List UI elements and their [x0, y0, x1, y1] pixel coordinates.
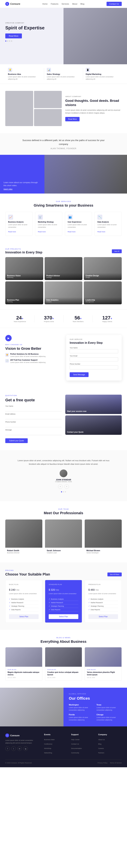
vision-right: OUR SERVICE Innovation in Every Step You… — [66, 335, 122, 380]
service-desc-3: Lorem ipsum dolor sit amet consectetur a… — [86, 76, 119, 80]
vision-form-field-name: Your Name — [70, 347, 118, 353]
nav-services[interactable]: Services — [61, 3, 69, 5]
quote-form-section: QUOTATION Get a free quote Your Name Ema… — [0, 388, 127, 450]
testimonial-next-button[interactable]: › — [65, 484, 69, 489]
vision-feature-title-1: Perfect Solutions for All Business — [10, 353, 46, 355]
service-card-2: 🛒 Marketing Strategy Lorem ipsum dolor s… — [35, 212, 62, 236]
stats-section: 24+ Years Experience 370+ Projects Done … — [0, 310, 127, 328]
blog-card-img-3 — [85, 647, 122, 667]
office-texas-addr: Lorem ipsum dolor sit amet consectetur a… — [97, 707, 122, 711]
quote-submit-button[interactable]: Submit your Quote — [5, 438, 28, 443]
pricing-select-standard-button[interactable]: Select Plan — [49, 614, 78, 619]
blue-left-link[interactable]: Watch Video — [3, 188, 41, 190]
team-card-info-2: Sarah Johnson Creative Lead — [45, 548, 82, 555]
pricing-select-premium-button[interactable]: Select Plan — [88, 614, 118, 619]
footer-privacy-link[interactable]: Privacy Policy — [98, 762, 107, 764]
vision-form-submit-button[interactable]: Send Message — [70, 372, 88, 377]
offices-title: Our Offices — [69, 696, 122, 701]
pricing-see-all-button[interactable]: See All Plans — [107, 572, 122, 577]
hero-cta-button[interactable]: Read More — [5, 33, 22, 38]
footer-link-support-4[interactable]: Community — [71, 752, 79, 754]
footer-link-company-4[interactable]: Partners — [98, 752, 104, 754]
footer-link-events-3[interactable]: Workshop — [44, 748, 51, 749]
blog-card-date-2: Oct 15, 2023 — [47, 677, 80, 678]
footer-link-events-1[interactable]: Business Meet — [44, 739, 54, 741]
services-grid-title: Giving Smartness to your Business — [5, 204, 122, 208]
hero-dot-1[interactable] — [5, 40, 6, 41]
blog-card-3[interactable]: OUR BLOG Varius elementum pharetra Fligh… — [85, 647, 122, 681]
testimonial-name: JOHN STANDAR — [10, 478, 117, 481]
about-content: ABOUT COMPANY Good thoughts. Good deeds.… — [65, 96, 122, 121]
footer-link-company-2[interactable]: Blog — [98, 743, 101, 745]
projects-tag: OUR PROJECTS — [5, 248, 42, 250]
team-member-role-1: Business Director — [7, 552, 41, 554]
quote-email-input[interactable] — [5, 415, 62, 419]
service-card-link-4[interactable]: Read more — [97, 231, 105, 232]
blog-card-2[interactable]: OUR BLOG Creative quis lectus volutpat a… — [45, 647, 82, 681]
testimonial-dot-2[interactable] — [63, 491, 64, 492]
about-cta-button[interactable]: Read More — [65, 117, 80, 121]
service-card-link-1[interactable]: Read more — [8, 231, 16, 232]
hero-dot-4[interactable] — [11, 40, 12, 41]
blog-grid: OUR BLOG Magnis dignissim malesuada nato… — [5, 647, 122, 681]
footer-terms-link[interactable]: Terms of Service — [110, 762, 122, 764]
blog-card-1[interactable]: OUR BLOG Magnis dignissim malesuada nato… — [5, 647, 42, 681]
testimonial-section: Lorem ipsum dolor sit amet, consectetur … — [0, 450, 127, 501]
vision-feature-1: 🏆 Perfect Solutions for All Business Lor… — [5, 353, 61, 358]
quote-name-input[interactable] — [5, 407, 62, 411]
nav-home[interactable]: Home — [42, 3, 47, 5]
pricing-plan-premium: PREMIUM PLAN — [88, 584, 118, 585]
pricing-header-left: PRICING Choose Your Suitable Plan — [5, 569, 50, 577]
linkedin-icon[interactable]: in — [17, 746, 22, 751]
hero-dot-3[interactable] — [9, 40, 10, 41]
pricing-desc-basic: Lorem ipsum dolor sit amet consectetur — [9, 593, 39, 595]
blog-card-body-3: OUR BLOG Varius elementum pharetra Fligh… — [85, 667, 122, 680]
footer-col-links-support: Help Center Contact Us Documentation Com… — [71, 738, 95, 754]
service-card-link-2[interactable]: Read more — [38, 231, 46, 232]
quote-phone-input[interactable] — [5, 423, 62, 427]
service-desc-2: Lorem ipsum dolor sit amet consectetur a… — [47, 76, 80, 80]
testimonial-prev-button[interactable]: ‹ — [58, 484, 62, 489]
team-header: OUR TEAM Meet Our Professionals — [5, 508, 122, 515]
service-card-desc-4: Lorem ipsum dolor sit amet consectetur — [97, 224, 119, 228]
vision-feature-text-1: Perfect Solutions for All Business Lorem… — [10, 353, 46, 358]
footer-col-company: Company About Us Blog Careers Partners — [98, 734, 122, 754]
footer-link-company-3[interactable]: Careers — [98, 748, 104, 749]
footer-link-company-1[interactable]: About Us — [98, 739, 105, 741]
vision-name-input[interactable] — [70, 349, 118, 353]
nav-cta-button[interactable]: Contact Us — [106, 2, 122, 6]
service-card-link-3[interactable]: Read more — [68, 231, 76, 232]
pricing-feature-2: Market Research — [9, 601, 39, 604]
quote-message-input[interactable] — [5, 431, 62, 435]
footer-link-events-2[interactable]: Conference — [44, 743, 52, 745]
blog-title: Everything About Business — [5, 640, 122, 644]
footer-link-support-1[interactable]: Help Center — [71, 739, 80, 741]
footer-link-support-2[interactable]: Contact Us — [71, 743, 79, 745]
quote-field-email: Email Address — [5, 413, 62, 419]
nav-about[interactable]: About — [72, 3, 77, 5]
testimonial-dot-1[interactable] — [61, 491, 62, 492]
blue-feature-section: Learn more about our company through thi… — [0, 155, 127, 193]
vision-email-input[interactable] — [70, 357, 118, 361]
footer-brand-col: C Consure Lorem ipsum dolor sit amet con… — [5, 734, 41, 754]
instagram-icon[interactable]: ig — [23, 746, 28, 751]
footer-link-events-4[interactable]: Networking — [44, 752, 52, 754]
footer-link-support-3[interactable]: Documentation — [71, 748, 82, 749]
hero-dot-2[interactable] — [7, 40, 8, 41]
play-button[interactable]: ▶ — [5, 335, 11, 341]
service-item-business: 💡 Business Idea Lorem ipsum dolor sit am… — [5, 68, 44, 80]
pricing-feature-4: Data Reports — [9, 608, 39, 612]
stat-label-team: Team Members — [64, 321, 93, 322]
about-img-top-right — [34, 91, 62, 108]
pricing-select-basic-button[interactable]: Select Plan — [9, 614, 39, 619]
nav-blog[interactable]: Blog — [80, 3, 84, 5]
service-card-title-3: User Experience — [68, 221, 89, 223]
testimonial-dot-3[interactable] — [65, 491, 66, 492]
blog-card-tag-3: OUR BLOG — [87, 669, 120, 671]
facebook-icon[interactable]: f — [5, 746, 10, 751]
nav-features[interactable]: Features — [51, 3, 58, 5]
projects-see-all-button[interactable]: See All — [112, 249, 122, 253]
twitter-icon[interactable]: t — [11, 746, 16, 751]
service-card-desc-1: Lorem ipsum dolor sit amet consectetur — [8, 224, 30, 228]
vision-phone-input[interactable] — [70, 365, 118, 369]
